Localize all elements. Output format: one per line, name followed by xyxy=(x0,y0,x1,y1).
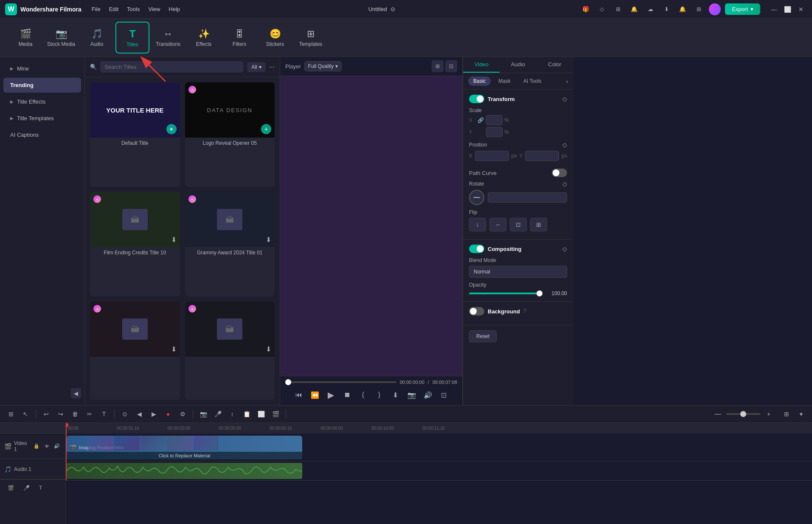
add-video-track-btn[interactable]: 🎬 xyxy=(4,483,17,493)
rotate-dial[interactable] xyxy=(469,190,484,205)
frame-back-button[interactable]: ⏪ xyxy=(308,388,322,402)
user-avatar[interactable] xyxy=(709,3,721,15)
scale-lock-icon-top[interactable]: 🔗 xyxy=(478,117,484,123)
subtab-mask[interactable]: Mask xyxy=(493,76,516,86)
more-options-button[interactable]: ··· xyxy=(269,63,275,71)
player-progress-bar[interactable] xyxy=(285,381,396,383)
background-toggle[interactable] xyxy=(469,307,484,316)
opacity-slider[interactable] xyxy=(469,293,542,294)
toolbar-transitions[interactable]: ↔ Transitions xyxy=(151,22,185,54)
v1-eye-btn[interactable]: 👁 xyxy=(42,442,51,451)
title-card-film-credits[interactable]: ♦ 🏔 ⬇ Film Ending Credits Title 10 xyxy=(90,192,180,296)
diamond-icon[interactable]: ◇ xyxy=(596,3,608,15)
toolbar-audio[interactable]: 🎵 Audio xyxy=(80,22,114,54)
menu-file[interactable]: File xyxy=(88,4,104,14)
title-card-5[interactable]: ♦ 🏔 ⬇ xyxy=(90,301,180,400)
video-clip[interactable]: 🎬 Imaging Product Intro Click to Replace… xyxy=(67,436,302,459)
scale-y-input[interactable]: 100.00 xyxy=(486,127,503,137)
flip-4[interactable]: ⊞ xyxy=(530,218,547,231)
tl-rec-btn[interactable]: ● xyxy=(162,408,174,420)
add-audio-track-btn[interactable]: 🎤 xyxy=(20,483,33,493)
tab-audio[interactable]: Audio xyxy=(500,57,536,73)
share-icon[interactable]: ⊞ xyxy=(612,3,624,15)
v1-vol-btn[interactable]: 🔊 xyxy=(53,442,61,451)
fullscreen-button[interactable]: ⊡ xyxy=(437,388,451,402)
tl-paste-btn[interactable]: 📋 xyxy=(241,408,253,420)
filter-dropdown[interactable]: All ▾ xyxy=(247,62,265,72)
menu-edit[interactable]: Edit xyxy=(106,4,122,14)
compositing-keyframe-icon[interactable]: ◇ xyxy=(562,245,567,252)
tl-more2-btn[interactable]: ▾ xyxy=(795,408,807,420)
menu-tools[interactable]: Tools xyxy=(124,4,143,14)
v1-lock-btn[interactable]: 🔒 xyxy=(32,442,41,451)
subtab-ai-tools[interactable]: AI Tools xyxy=(518,76,546,86)
maximize-button[interactable]: ⬜ xyxy=(781,3,793,15)
toolbar-stock-media[interactable]: 📷 Stock Media xyxy=(44,22,78,54)
snapshot-button[interactable]: 📷 xyxy=(405,388,419,402)
compositing-toggle[interactable] xyxy=(469,245,484,253)
volume-button[interactable]: 🔊 xyxy=(421,388,435,402)
transform-toggle[interactable] xyxy=(469,95,484,103)
quality-select[interactable]: Full Quality ▾ xyxy=(304,61,342,71)
download-icon[interactable]: ⬇ xyxy=(660,3,672,15)
subtab-basic[interactable]: Basic xyxy=(468,76,491,86)
tl-snapshot-btn[interactable]: 📷 xyxy=(197,408,209,420)
sidebar-item-ai-captions[interactable]: AI Captions xyxy=(3,127,81,142)
title-card-logo-reveal[interactable]: ♦ DATA DESIGN + Logo Reveal Opener 05 xyxy=(185,82,275,187)
audio-clip[interactable] xyxy=(67,463,302,479)
sidebar-item-title-templates[interactable]: ▶ Title Templates xyxy=(3,111,81,126)
step-back-button[interactable]: ⏮ xyxy=(292,388,306,402)
mark-out-button[interactable]: } xyxy=(373,388,386,402)
cloud-icon[interactable]: ☁ xyxy=(644,3,656,15)
stop-button[interactable]: ⏹ xyxy=(340,388,354,402)
tl-delete-btn[interactable]: 🗑 xyxy=(69,408,81,420)
tab-color[interactable]: Color xyxy=(537,57,573,73)
tl-settings-btn[interactable]: ⚙ xyxy=(177,408,188,420)
search-input[interactable] xyxy=(100,61,244,73)
flip-vertical-btn[interactable]: ↕ xyxy=(469,218,486,231)
tl-more-btn[interactable]: ◀ xyxy=(133,408,145,420)
background-help-icon[interactable]: ? xyxy=(523,308,526,314)
grid-icon[interactable]: ⊞ xyxy=(693,3,705,15)
position-x-input[interactable]: 0.00 xyxy=(475,151,509,161)
export-button[interactable]: Export ▾ xyxy=(725,3,760,15)
default-title-add-btn[interactable]: + xyxy=(166,124,177,134)
tl-redo-btn[interactable]: ↪ xyxy=(55,408,67,420)
reset-button[interactable]: Reset xyxy=(469,330,497,342)
toolbar-templates[interactable]: ⊞ Templates xyxy=(294,22,328,54)
rotate-keyframe-icon[interactable]: ◇ xyxy=(562,180,567,187)
fit-view-btn[interactable]: ⊡ xyxy=(445,60,457,72)
position-y-input[interactable]: 0.00 xyxy=(525,151,559,161)
transform-keyframe-icon[interactable]: ◇ xyxy=(562,96,567,102)
menu-view[interactable]: View xyxy=(145,4,163,14)
tl-blank-btn[interactable]: ⬜ xyxy=(255,408,267,420)
title-card-default[interactable]: YOUR TITLE HERE + Default Title xyxy=(90,82,180,187)
title-card-grammy[interactable]: ♦ 🏔 ⬇ Grammy Award 2024 Title 01 xyxy=(185,192,275,296)
tl-undo-btn[interactable]: ↩ xyxy=(40,408,52,420)
zoom-in-btn[interactable]: + xyxy=(763,408,775,420)
tl-lift-btn[interactable]: ↕ xyxy=(226,408,238,420)
position-keyframe-icon[interactable]: ◇ xyxy=(562,141,567,148)
play-button[interactable]: ▶ xyxy=(324,388,338,402)
toolbar-media[interactable]: 🎬 Media xyxy=(8,22,42,54)
tab-video[interactable]: Video xyxy=(463,57,500,73)
toolbar-effects[interactable]: ✨ Effects xyxy=(187,22,221,54)
zoom-slider-track[interactable] xyxy=(726,413,760,415)
mark-in-button[interactable]: { xyxy=(357,388,370,402)
add-to-timeline-button[interactable]: ⬇ xyxy=(389,388,402,402)
tl-blade-tool[interactable]: ↖ xyxy=(20,408,31,420)
toolbar-filters[interactable]: 🎛 Filters xyxy=(222,22,256,54)
flip-horizontal-btn[interactable]: ↔ xyxy=(489,218,506,231)
tl-ripple-btn[interactable]: ⊙ xyxy=(119,408,131,420)
close-button[interactable]: ✕ xyxy=(795,3,807,15)
rotate-input[interactable]: 0.00° xyxy=(488,192,567,203)
scale-x-input[interactable]: 100.00 xyxy=(486,115,503,125)
blend-mode-select[interactable]: Normal Multiply Screen Overlay xyxy=(469,266,567,278)
tl-select-tool[interactable]: ⊞ xyxy=(5,408,17,420)
bell-icon[interactable]: 🔔 xyxy=(677,3,688,15)
tl-layout-btn[interactable]: ⊞ xyxy=(781,408,792,420)
notification-icon[interactable]: 🔔 xyxy=(628,3,640,15)
tl-play-btn[interactable]: ▶ xyxy=(148,408,160,420)
replace-material-overlay[interactable]: Click to Replace Material xyxy=(67,452,302,459)
collapse-sidebar-button[interactable]: ◀ xyxy=(71,388,81,398)
